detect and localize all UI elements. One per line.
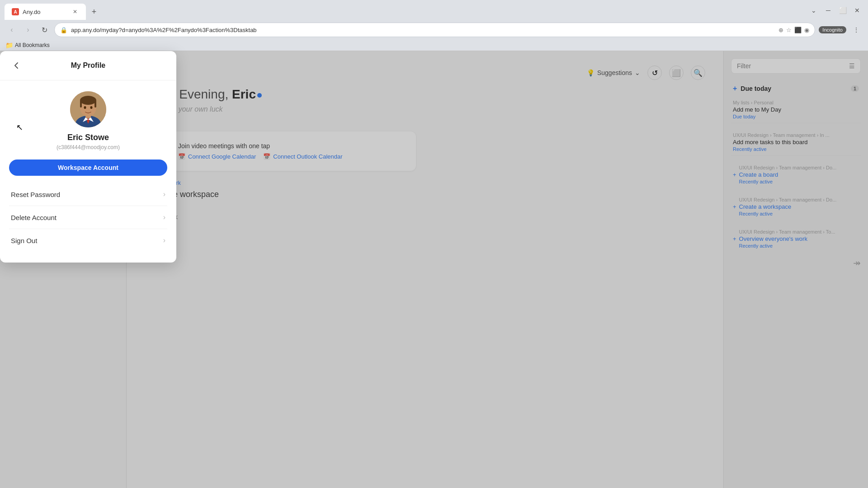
profile-body: Eric Stowe (c386f444@moodjoy.com) Worksp… [0,80,176,263]
new-tab-button[interactable]: + [88,5,100,18]
minimize-button[interactable]: ─ [822,4,835,17]
close-button[interactable]: ✕ [851,4,863,17]
window-controls: ⌄ ─ ⬜ ✕ [807,4,863,19]
sign-out-chevron-icon: › [163,236,165,244]
address-bar-row: ‹ › ↻ 🔒 app.any.do/myday?d=anydo%3A%2F%2… [0,20,868,41]
browser-menu-button[interactable]: ⋮ [850,23,863,36]
reset-password-label: Reset Password [11,191,60,198]
browser-tab[interactable]: A Any.do ✕ [5,4,86,20]
profile-header: My Profile [0,51,176,80]
back-nav-button[interactable]: ‹ [5,23,18,36]
account-icon[interactable]: ◉ [804,27,809,33]
reset-password-chevron-icon: › [163,190,165,198]
tab-search-button[interactable]: ⌄ [807,4,820,17]
reset-password-item[interactable]: Reset Password › [9,183,167,206]
lock-icon: 🔒 [60,27,67,33]
bookmarks-bar: 📁 All Bookmarks [0,41,868,51]
main-content: Trial ends in 14 days U UX/UI Redesign 👤… [0,51,868,488]
delete-account-item[interactable]: Delete Account › [9,206,167,229]
tab-close-button[interactable]: ✕ [71,8,79,15]
avatar [70,91,106,127]
sign-out-label: Sign Out [11,237,37,244]
svg-point-7 [84,106,86,109]
url-text: app.any.do/myday?d=anydo%3A%2F%2Fanydo%3… [71,27,775,33]
forward-nav-button[interactable]: › [22,23,34,36]
tab-bar: A Any.do ✕ + ⌄ ─ ⬜ ✕ [0,0,868,20]
reload-button[interactable]: ↻ [38,23,51,36]
delete-account-label: Delete Account [11,214,57,221]
svg-rect-5 [80,100,82,108]
profile-email: (c386f444@moodjoy.com) [57,144,120,150]
sign-out-item[interactable]: Sign Out › [9,229,167,252]
cast-icon[interactable]: ⊕ [778,27,783,33]
profile-name: Eric Stowe [67,133,109,142]
profile-title: My Profile [24,61,153,70]
profile-panel: My Profile [0,51,176,263]
delete-account-chevron-icon: › [163,213,165,221]
tab-favicon: A [12,8,19,15]
profile-menu: Reset Password › Delete Account › Sign O… [9,183,167,252]
address-bar[interactable]: 🔒 app.any.do/myday?d=anydo%3A%2F%2Fanydo… [54,23,815,37]
restore-button[interactable]: ⬜ [836,4,849,17]
svg-rect-6 [94,100,96,108]
back-button[interactable] [9,58,24,73]
incognito-badge: Incognito [819,26,846,33]
bookmarks-label[interactable]: All Bookmarks [15,42,50,48]
bookmark-star-icon[interactable]: ☆ [786,27,792,33]
svg-point-8 [90,106,93,109]
tab-title: Any.do [23,9,68,15]
workspace-account-button[interactable]: Workspace Account [9,160,167,176]
address-bar-icons: ⊕ ☆ ⬛ ◉ [778,27,809,33]
browser-chrome: A Any.do ✕ + ⌄ ─ ⬜ ✕ ‹ › ↻ 🔒 app.any.do/… [0,0,868,51]
extension-icon[interactable]: ⬛ [794,27,802,33]
svg-point-4 [80,96,96,105]
bookmarks-folder-icon: 📁 [5,42,13,49]
